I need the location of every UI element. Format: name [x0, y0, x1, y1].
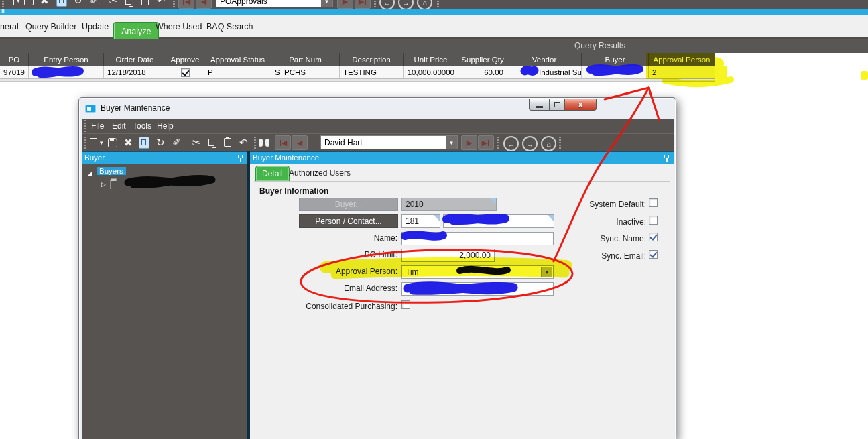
restore-button[interactable] [550, 99, 565, 111]
last-record-button[interactable]: ▶ [478, 135, 494, 150]
new-icon[interactable] [90, 134, 97, 151]
menu-help[interactable]: Help [157, 121, 174, 131]
copy-icon[interactable] [208, 134, 214, 151]
tab-where-used[interactable]: Where Used [156, 15, 202, 39]
sync-name-checkbox[interactable] [649, 233, 658, 241]
save-icon[interactable] [24, 0, 34, 9]
approval-person-combo[interactable]: Tim ▼ [401, 265, 554, 279]
cut-icon[interactable]: ✂ [192, 134, 201, 151]
next-record-button[interactable]: ▶ [461, 135, 477, 150]
home-icon[interactable]: ⌂ [417, 0, 432, 9]
col-header-approve[interactable]: Approve [166, 53, 204, 66]
window-titlebar[interactable]: Buyer Maintenance x [79, 98, 676, 119]
menu-tools[interactable]: Tools [133, 121, 151, 131]
col-header-description[interactable]: Description [340, 53, 404, 66]
forward-icon[interactable]: → [398, 0, 414, 9]
toolbar-grip [173, 0, 175, 7]
tree-expander-collapsed[interactable]: ▷ [101, 180, 106, 188]
last-record-button[interactable]: ▶ [355, 0, 371, 9]
copy-icon[interactable] [125, 0, 131, 9]
col-header-approval-status[interactable]: Approval Status [204, 53, 271, 66]
chevron-down-icon[interactable]: ▼ [541, 267, 552, 277]
tab-analyze[interactable]: Analyze [113, 22, 159, 40]
menu-file[interactable]: File [91, 121, 104, 131]
cell-order-date: 12/18/2018 [104, 66, 166, 79]
search-icon[interactable] [259, 134, 269, 151]
pin-icon[interactable] [664, 154, 670, 162]
new-dropdown-icon[interactable]: ▾ [100, 134, 103, 151]
close-button[interactable]: x [565, 99, 597, 111]
window-toolbar: ▾ ✖ ↻ ✐ ✂ ↶ ◀ ◀ David Hart ▾ ▶ ▶ ← → ⌂ [82, 133, 674, 151]
save-icon[interactable] [108, 134, 117, 151]
refresh-icon[interactable]: ↻ [156, 134, 165, 151]
paste-insert-icon[interactable] [56, 0, 67, 9]
inactive-checkbox[interactable] [649, 216, 658, 225]
tab-baq-search[interactable]: BAQ Search [206, 15, 253, 39]
new-icon[interactable] [7, 0, 14, 9]
buyer-id-field[interactable]: 2010 [401, 198, 497, 211]
col-header-approval-person[interactable]: Approval Person [649, 53, 715, 66]
tab-query-builder[interactable]: Query Builder [25, 15, 76, 39]
email-field[interactable] [401, 282, 554, 296]
tab-authorized-users[interactable]: Authorized Users [289, 168, 351, 178]
toolbar-grip [254, 137, 256, 149]
consolidated-checkbox[interactable] [401, 300, 410, 309]
tab-detail[interactable]: Detail [255, 166, 290, 182]
paste-icon[interactable] [224, 134, 231, 151]
person-name-field[interactable] [443, 214, 554, 228]
person-contact-button[interactable]: Person / Contact... [299, 214, 398, 228]
query-combo[interactable]: POApprovals ▾ [216, 0, 333, 7]
back-icon[interactable]: ← [503, 136, 519, 151]
po-limit-field[interactable]: 2,000.00 [401, 249, 495, 262]
menu-edit[interactable]: Edit [112, 121, 126, 131]
detail-panel-header: Buyer Maintenance [250, 152, 674, 164]
sync-email-checkbox[interactable] [649, 250, 658, 259]
undo-icon[interactable]: ↶ [157, 0, 166, 9]
col-header-vendor[interactable]: Vendor [507, 53, 582, 66]
clipped-caption-text: il [1, 9, 5, 14]
col-header-order-date[interactable]: Order Date [104, 53, 166, 66]
cell-supplier-qty: 60.00 [458, 66, 507, 79]
clear-icon[interactable]: ✐ [172, 134, 181, 151]
record-combo[interactable]: David Hart ▾ [320, 135, 458, 149]
chevron-down-icon[interactable]: ▾ [446, 136, 457, 149]
person-id-value: 181 [406, 216, 419, 226]
buyer-search-button[interactable]: Buyer... [299, 198, 398, 211]
col-header-po[interactable]: PO [0, 53, 29, 66]
prev-record-button[interactable]: ◀ [196, 0, 212, 9]
col-header-supplier-qty[interactable]: Supplier Qty [458, 53, 507, 66]
prev-record-button[interactable]: ◀ [292, 135, 308, 150]
approve-checkbox[interactable] [181, 68, 190, 77]
next-record-button[interactable]: ▶ [337, 0, 353, 9]
minimize-button[interactable] [529, 99, 550, 111]
person-id-field[interactable]: 181 [401, 214, 440, 228]
col-header-buyer[interactable]: Buyer [582, 53, 649, 66]
tree-expander-expanded[interactable]: ◢ [88, 168, 92, 176]
paste-icon[interactable] [141, 0, 149, 9]
col-header-unit-price[interactable]: Unit Price [404, 53, 458, 66]
minimize-icon [536, 106, 543, 108]
first-record-button[interactable]: ◀ [275, 135, 291, 150]
system-default-checkbox[interactable] [649, 198, 658, 207]
tab-general[interactable]: neral [0, 15, 19, 39]
back-icon[interactable]: ← [379, 0, 395, 9]
paste-insert-icon[interactable] [139, 134, 149, 151]
col-header-part-num[interactable]: Part Num [271, 53, 340, 66]
first-record-button[interactable]: ◀ [178, 0, 194, 9]
refresh-icon[interactable]: ↻ [74, 0, 82, 9]
delete-icon[interactable]: ✖ [124, 134, 133, 151]
chevron-down-icon[interactable]: ▾ [321, 0, 332, 7]
new-dropdown-icon[interactable]: ▾ [17, 0, 20, 9]
clear-icon[interactable]: ✐ [90, 0, 99, 9]
tree-node-buyers[interactable]: Buyers [97, 167, 126, 175]
undo-icon[interactable]: ↶ [239, 134, 248, 151]
home-icon[interactable]: ⌂ [541, 136, 556, 151]
col-header-entry-person[interactable]: Entry Person [29, 53, 104, 66]
delete-icon[interactable]: ✖ [40, 0, 49, 9]
toolbar-grip [84, 137, 86, 149]
pin-icon[interactable] [237, 154, 244, 162]
forward-icon[interactable]: → [522, 136, 538, 151]
name-field[interactable] [401, 232, 554, 245]
tab-update[interactable]: Update [82, 15, 109, 39]
cut-icon[interactable]: ✂ [109, 0, 118, 9]
